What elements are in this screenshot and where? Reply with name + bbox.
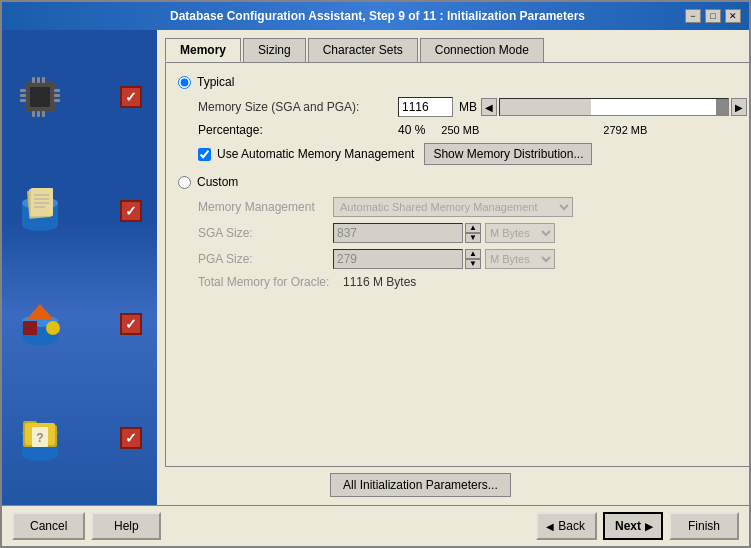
back-arrow-icon: ◀ xyxy=(546,521,554,532)
total-label: Total Memory for Oracle: xyxy=(198,275,343,289)
folder-icon: ? xyxy=(15,411,65,466)
typical-radio[interactable] xyxy=(178,76,191,89)
slider-thumb[interactable] xyxy=(716,99,728,116)
svg-rect-5 xyxy=(54,89,60,92)
next-arrow-icon: ▶ xyxy=(645,521,653,532)
next-button[interactable]: Next ▶ xyxy=(603,512,663,540)
memory-slider[interactable]: ◀ ▶ xyxy=(481,98,747,116)
memory-mgmt-label: Memory Management xyxy=(198,200,333,214)
svg-rect-13 xyxy=(42,111,45,117)
typical-label[interactable]: Typical xyxy=(197,75,234,89)
custom-radio[interactable] xyxy=(178,176,191,189)
percentage-value: 40 % xyxy=(398,123,425,137)
tab-character-sets[interactable]: Character Sets xyxy=(308,38,418,62)
svg-rect-6 xyxy=(54,94,60,97)
memory-mgmt-row: Memory Management Automatic Shared Memor… xyxy=(198,197,747,217)
pga-label: PGA Size: xyxy=(198,252,333,266)
sga-stepper: ▲ ▼ xyxy=(465,223,481,243)
footer: Cancel Help ◀ Back Next ▶ Finish xyxy=(2,505,749,546)
checkmark-chip: ✓ xyxy=(120,86,142,108)
show-dist-button[interactable]: Show Memory Distribution... xyxy=(424,143,592,165)
svg-rect-19 xyxy=(31,188,53,216)
sga-decrement: ▼ xyxy=(465,233,481,243)
left-panel-icon-chip: ✓ xyxy=(12,69,147,124)
back-button[interactable]: ◀ Back xyxy=(536,512,597,540)
memory-mgmt-dropdown: Automatic Shared Memory Management xyxy=(333,197,573,217)
main-content: ✓ xyxy=(2,30,749,505)
title-bar: Database Configuration Assistant, Step 9… xyxy=(2,2,749,30)
memory-size-row: Memory Size (SGA and PGA): MB ◀ ▶ xyxy=(178,97,747,117)
checkbox-row: Use Automatic Memory Management Show Mem… xyxy=(178,143,747,165)
tab-sizing[interactable]: Sizing xyxy=(243,38,306,62)
pga-size-row: PGA Size: ▲ ▼ M Bytes xyxy=(198,249,747,269)
back-label: Back xyxy=(558,519,585,533)
tab-content: Typical Memory Size (SGA and PGA): MB ◀ xyxy=(165,62,749,467)
docs-icon xyxy=(15,183,65,238)
shapes-icon xyxy=(15,299,65,349)
percentage-min: 250 MB xyxy=(441,124,479,136)
typical-radio-row: Typical xyxy=(178,75,747,89)
minimize-button[interactable]: − xyxy=(685,9,701,23)
svg-point-29 xyxy=(46,321,60,335)
left-panel-icon-folder: ? ✓ xyxy=(12,411,147,466)
svg-rect-1 xyxy=(30,87,50,107)
next-label: Next xyxy=(615,519,641,533)
svg-text:?: ? xyxy=(36,431,43,445)
sga-unit: M Bytes xyxy=(485,223,555,243)
slider-track[interactable] xyxy=(499,98,729,116)
svg-rect-10 xyxy=(42,77,45,83)
sga-label: SGA Size: xyxy=(198,226,333,240)
custom-label[interactable]: Custom xyxy=(197,175,238,189)
chip-icon-box xyxy=(12,69,67,124)
svg-rect-3 xyxy=(20,94,26,97)
pga-stepper: ▲ ▼ xyxy=(465,249,481,269)
percentage-label: Percentage: xyxy=(198,123,398,137)
title-controls: − □ ✕ xyxy=(685,9,741,23)
folder-icon-box: ? xyxy=(12,411,67,466)
pga-input xyxy=(333,249,463,269)
custom-section: Memory Management Automatic Shared Memor… xyxy=(178,197,747,289)
checkmark-docs: ✓ xyxy=(120,200,142,222)
svg-marker-27 xyxy=(27,304,53,319)
memory-unit: MB xyxy=(459,100,477,114)
memory-size-label: Memory Size (SGA and PGA): xyxy=(198,100,398,114)
svg-rect-7 xyxy=(54,99,60,102)
finish-button[interactable]: Finish xyxy=(669,512,739,540)
close-button[interactable]: ✕ xyxy=(725,9,741,23)
cancel-button[interactable]: Cancel xyxy=(12,512,85,540)
svg-rect-8 xyxy=(32,77,35,83)
window-title: Database Configuration Assistant, Step 9… xyxy=(70,9,685,23)
right-panel: Memory Sizing Character Sets Connection … xyxy=(157,30,749,505)
sga-input xyxy=(333,223,463,243)
shapes-icon-box xyxy=(12,297,67,352)
svg-rect-2 xyxy=(20,89,26,92)
footer-right: ◀ Back Next ▶ Finish xyxy=(536,512,739,540)
docs-icon-box xyxy=(12,183,67,238)
left-panel-icon-docs: ✓ xyxy=(12,183,147,238)
auto-mem-checkbox[interactable] xyxy=(198,148,211,161)
pga-increment: ▲ xyxy=(465,249,481,259)
svg-rect-4 xyxy=(20,99,26,102)
maximize-button[interactable]: □ xyxy=(705,9,721,23)
total-row: Total Memory for Oracle: 1116 M Bytes xyxy=(198,275,747,289)
svg-rect-9 xyxy=(37,77,40,83)
left-panel: ✓ xyxy=(2,30,157,505)
tabs: Memory Sizing Character Sets Connection … xyxy=(165,38,749,62)
help-button[interactable]: Help xyxy=(91,512,161,540)
percentage-max: 2792 MB xyxy=(603,124,647,136)
memory-size-input[interactable] xyxy=(398,97,453,117)
tab-memory[interactable]: Memory xyxy=(165,38,241,62)
percentage-row: Percentage: 40 % 250 MB 2792 MB xyxy=(178,123,747,137)
sga-increment: ▲ xyxy=(465,223,481,233)
sga-size-row: SGA Size: ▲ ▼ M Bytes xyxy=(198,223,747,243)
pga-decrement: ▼ xyxy=(465,259,481,269)
auto-mem-label[interactable]: Use Automatic Memory Management xyxy=(217,147,414,161)
svg-rect-11 xyxy=(32,111,35,117)
slider-right-arrow[interactable]: ▶ xyxy=(731,98,747,116)
left-panel-icon-shapes: ✓ xyxy=(12,297,147,352)
main-window: Database Configuration Assistant, Step 9… xyxy=(0,0,751,548)
slider-left-arrow[interactable]: ◀ xyxy=(481,98,497,116)
footer-left: Cancel Help xyxy=(12,512,161,540)
all-params-button[interactable]: All Initialization Parameters... xyxy=(330,473,511,497)
tab-connection-mode[interactable]: Connection Mode xyxy=(420,38,544,62)
